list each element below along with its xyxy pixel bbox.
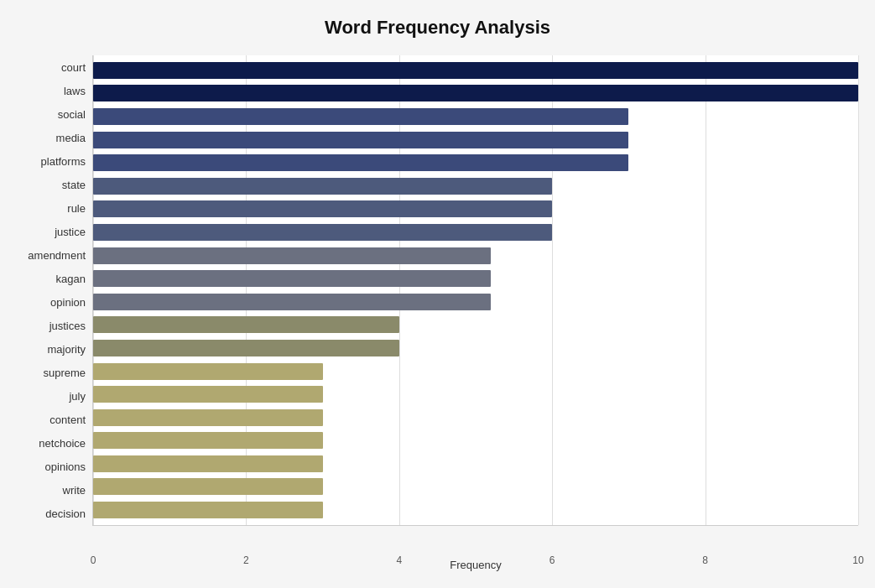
- bar: [93, 224, 552, 241]
- bar-row: [93, 314, 858, 336]
- y-label: media: [56, 127, 86, 148]
- bar: [93, 154, 628, 171]
- bar-row: [93, 106, 858, 127]
- bar: [93, 455, 323, 472]
- bar-row: [93, 221, 858, 243]
- y-label: majority: [47, 339, 86, 361]
- y-label: supreme: [43, 362, 86, 384]
- bar: [93, 316, 399, 333]
- y-label: rule: [67, 197, 86, 219]
- bar-row: [93, 499, 858, 521]
- bar-row: [93, 82, 858, 104]
- y-label: opinions: [45, 456, 86, 478]
- y-label: opinion: [50, 291, 86, 313]
- x-tick: 0: [91, 554, 96, 566]
- bar: [93, 363, 323, 380]
- y-label: platforms: [41, 150, 86, 172]
- y-label: kagan: [56, 268, 86, 289]
- bar-row: [93, 453, 858, 475]
- y-label: justice: [55, 221, 86, 242]
- y-label: justices: [49, 315, 86, 337]
- plot-area: 0246810 Frequency: [92, 55, 858, 526]
- y-label: july: [69, 386, 86, 408]
- x-tick: 8: [702, 554, 708, 566]
- bar: [93, 85, 858, 101]
- bar-row: [93, 268, 858, 289]
- y-label: state: [62, 174, 86, 195]
- x-tick: 6: [549, 554, 555, 566]
- bar: [93, 200, 552, 217]
- bar: [93, 502, 323, 518]
- y-label: decision: [45, 503, 86, 525]
- chart-area: courtlawssocialmediaplatformsstateruleju…: [17, 55, 858, 526]
- bar: [93, 478, 323, 495]
- bar: [93, 132, 628, 148]
- bar-row: [93, 152, 858, 174]
- y-label: social: [58, 103, 86, 125]
- bar: [93, 270, 491, 287]
- bar: [93, 247, 491, 264]
- bar-row: [93, 60, 858, 81]
- bar-row: [93, 291, 858, 313]
- bar-row: [93, 429, 858, 451]
- x-tick: 10: [852, 554, 863, 566]
- bar: [93, 432, 323, 449]
- y-label: netchoice: [39, 433, 86, 455]
- bar: [93, 294, 491, 310]
- bar-row: [93, 129, 858, 151]
- bar: [93, 108, 628, 125]
- chart-container: Word Frequency Analysis courtlawssocialm…: [0, 0, 875, 588]
- bar-row: [93, 361, 858, 382]
- bar-row: [93, 476, 858, 497]
- grid-line: [858, 55, 859, 525]
- y-label: content: [49, 409, 86, 431]
- bar-row: [93, 175, 858, 197]
- y-label: write: [63, 480, 86, 502]
- bar-row: [93, 245, 858, 267]
- chart-title: Word Frequency Analysis: [17, 17, 858, 39]
- bar: [93, 409, 323, 426]
- y-label: laws: [64, 80, 86, 101]
- x-axis-label: Frequency: [450, 559, 501, 571]
- y-axis: courtlawssocialmediaplatformsstateruleju…: [17, 55, 92, 526]
- x-tick: 4: [396, 554, 402, 566]
- y-label: court: [61, 56, 86, 78]
- bar-row: [93, 383, 858, 405]
- bar: [93, 62, 858, 79]
- x-tick: 2: [243, 554, 249, 566]
- bar-row: [93, 198, 858, 220]
- bar-row: [93, 407, 858, 429]
- bar: [93, 178, 552, 195]
- bar: [93, 340, 399, 356]
- bar: [93, 386, 323, 403]
- y-label: amendment: [28, 244, 86, 266]
- bar-row: [93, 337, 858, 359]
